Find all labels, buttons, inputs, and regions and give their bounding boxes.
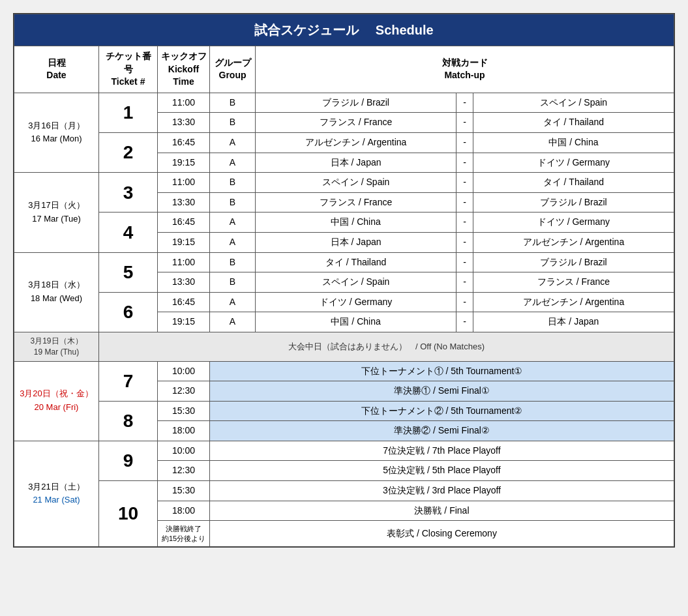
matchup-left: スペイン / Spain [256, 272, 456, 293]
matchup-right: アルゼンチン / Argentina [473, 292, 674, 312]
closing-ceremony-cell: 表彰式 / Closing Ceremony [210, 521, 674, 547]
dash-cell: - [456, 93, 473, 113]
header-kickoff: キックオフ Kickoff Time [158, 46, 210, 93]
off-day-text: 大会中日（試合はありません） / Off (No Matches) [99, 332, 674, 361]
ticket-3: 3 [99, 173, 158, 213]
tournament-cell: 下位トーナメント① / 5th Tournament① [210, 361, 674, 381]
group-cell: B [210, 93, 256, 113]
matchup-right: ドイツ / Germany [473, 153, 674, 173]
matchup-right: ブラジル / Brazil [473, 252, 674, 272]
ticket-6: 6 [99, 292, 158, 332]
dash-cell: - [456, 292, 473, 312]
dash-cell: - [456, 252, 473, 272]
table-row: 6 16:45 A ドイツ / Germany - アルゼンチン / Argen… [14, 292, 674, 312]
table-row: 2 16:45 A アルゼンチン / Argentina - 中国 / Chin… [14, 132, 674, 153]
matchup-left: フランス / France [256, 192, 456, 213]
date-mar19: 3月19日（木） 19 Mar (Thu) [14, 332, 99, 361]
matchup-right: 日本 / Japan [473, 312, 674, 332]
ticket-9: 9 [99, 441, 158, 480]
matchup-left: 中国 / China [256, 312, 456, 332]
matchup-right: ブラジル / Brazil [473, 192, 674, 213]
time-cell: 19:15 [158, 153, 210, 173]
header-date: 日程 Date [14, 46, 99, 93]
playoff-cell: 3位決定戦 / 3rd Place Playoff [210, 481, 674, 501]
time-cell: 18:00 [158, 421, 210, 441]
time-cell: 12:30 [158, 461, 210, 481]
dash-cell: - [456, 113, 473, 133]
playoff-cell: 5位決定戦 / 5th Place Playoff [210, 461, 674, 481]
matchup-left: 中国 / China [256, 213, 456, 233]
tournament-cell: 準決勝② / Semi Final② [210, 421, 674, 441]
title-jp: 試合スケジュール [254, 23, 359, 37]
ticket-2: 2 [99, 132, 158, 172]
matchup-right: タイ / Thailand [473, 173, 674, 193]
dash-cell: - [456, 173, 473, 193]
group-cell: A [210, 153, 256, 173]
time-cell: 10:00 [158, 441, 210, 461]
table-row: 3月21日（土） 21 Mar (Sat) 9 10:00 7位決定戦 / 7t… [14, 441, 674, 461]
matchup-right: アルゼンチン / Argentina [473, 232, 674, 252]
time-cell: 16:45 [158, 213, 210, 233]
table-row: 4 16:45 A 中国 / China - ドイツ / Germany [14, 213, 674, 233]
date-mar17: 3月17日（火） 17 Mar (Tue) [14, 173, 99, 252]
tournament-cell: 下位トーナメント② / 5th Tournament② [210, 401, 674, 421]
time-cell: 11:00 [158, 173, 210, 193]
ticket-1: 1 [99, 93, 158, 132]
table-row: 10 15:30 3位決定戦 / 3rd Place Playoff [14, 481, 674, 501]
group-cell: B [210, 272, 256, 293]
group-cell: A [210, 213, 256, 233]
ticket-5: 5 [99, 252, 158, 292]
group-cell: B [210, 173, 256, 193]
time-cell: 19:15 [158, 232, 210, 252]
time-cell: 12:30 [158, 381, 210, 402]
date-mar20: 3月20日（祝・金） 20 Mar (Fri) [14, 361, 99, 441]
header-row: 日程 Date チケット番号 Ticket # キックオフ Kickoff Ti… [14, 46, 674, 93]
group-cell: A [210, 132, 256, 153]
dash-cell: - [456, 132, 473, 153]
off-day-row: 3月19日（木） 19 Mar (Thu) 大会中日（試合はありません） / O… [14, 332, 674, 361]
table-title: 試合スケジュール Schedule [14, 14, 674, 46]
date-mar21: 3月21日（土） 21 Mar (Sat) [14, 441, 99, 546]
matchup-left: ブラジル / Brazil [256, 93, 456, 113]
final-cell: 決勝戦 / Final [210, 501, 674, 521]
header-ticket: チケット番号 Ticket # [99, 46, 158, 93]
title-en: Schedule [376, 23, 434, 37]
time-cell: 決勝戦終了約15分後より [158, 521, 210, 547]
ticket-4: 4 [99, 213, 158, 252]
time-cell: 11:00 [158, 252, 210, 272]
time-cell: 18:00 [158, 501, 210, 521]
time-cell: 10:00 [158, 361, 210, 381]
group-cell: B [210, 192, 256, 213]
ticket-10: 10 [99, 481, 158, 547]
time-cell: 16:45 [158, 292, 210, 312]
group-cell: B [210, 113, 256, 133]
matchup-left: アルゼンチン / Argentina [256, 132, 456, 153]
table-row: 3月16日（月） 16 Mar (Mon) 1 11:00 B ブラジル / B… [14, 93, 674, 113]
dash-cell: - [456, 312, 473, 332]
matchup-left: 日本 / Japan [256, 232, 456, 252]
tournament-cell: 準決勝① / Semi Final① [210, 381, 674, 402]
time-cell: 15:30 [158, 401, 210, 421]
dash-cell: - [456, 213, 473, 233]
table-row: 3月17日（火） 17 Mar (Tue) 3 11:00 B スペイン / S… [14, 173, 674, 193]
matchup-right: 中国 / China [473, 132, 674, 153]
matchup-left: スペイン / Spain [256, 173, 456, 193]
dash-cell: - [456, 232, 473, 252]
table-row: 3月18日（水） 18 Mar (Wed) 5 11:00 B タイ / Tha… [14, 252, 674, 272]
matchup-right: タイ / Thailand [473, 113, 674, 133]
dash-cell: - [456, 153, 473, 173]
matchup-left: 日本 / Japan [256, 153, 456, 173]
time-cell: 19:15 [158, 312, 210, 332]
matchup-left: フランス / France [256, 113, 456, 133]
ticket-8: 8 [99, 401, 158, 441]
group-cell: A [210, 312, 256, 332]
date-mar18: 3月18日（水） 18 Mar (Wed) [14, 252, 99, 332]
matchup-right: フランス / France [473, 272, 674, 293]
time-cell: 13:30 [158, 272, 210, 293]
group-cell: A [210, 232, 256, 252]
group-cell: B [210, 252, 256, 272]
matchup-right: スペイン / Spain [473, 93, 674, 113]
time-cell: 13:30 [158, 113, 210, 133]
time-cell: 13:30 [158, 192, 210, 213]
date-mar16: 3月16日（月） 16 Mar (Mon) [14, 93, 99, 172]
